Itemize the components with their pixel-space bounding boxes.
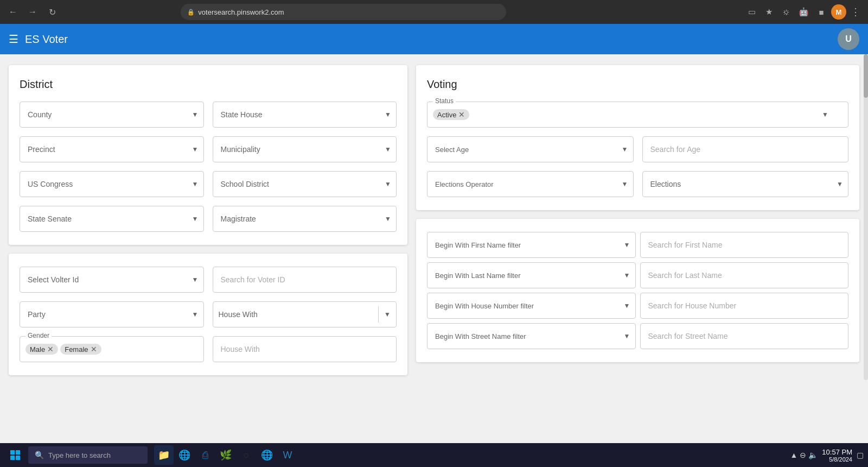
elections-field: Elections ▼ bbox=[642, 171, 849, 197]
house-with-arrow-icon: ▼ bbox=[379, 311, 396, 318]
last-name-filter-select[interactable]: Begin With Last Name filter bbox=[427, 262, 636, 288]
first-name-row: Begin With First Name filter ▼ bbox=[427, 232, 848, 258]
gender-chip-female-label: Female bbox=[65, 345, 88, 354]
precinct-select[interactable]: Precinct bbox=[20, 136, 204, 162]
gender-label: Gender bbox=[25, 332, 52, 339]
gender-chip-male-close[interactable]: ✕ bbox=[47, 345, 54, 354]
street-name-row: Begin With Street Name filter ▼ bbox=[427, 323, 848, 349]
main-content: District County ▼ State House ▼ bbox=[0, 54, 868, 443]
browser-actions: ▭ ★ ⛭ 🤖 ■ M ⋮ bbox=[744, 4, 863, 20]
select-age-field: Select Age ▼ bbox=[427, 136, 634, 162]
gender-chip-male-label: Male bbox=[30, 345, 45, 354]
house-with-input[interactable] bbox=[213, 336, 397, 362]
forward-button[interactable]: → bbox=[25, 4, 40, 20]
house-with-divider bbox=[378, 306, 379, 323]
left-panel: District County ▼ State House ▼ bbox=[9, 65, 407, 432]
status-label: Status bbox=[433, 97, 456, 105]
age-row: Select Age ▼ bbox=[427, 136, 848, 162]
back-button[interactable]: ← bbox=[5, 4, 21, 20]
party-select[interactable]: Party bbox=[20, 301, 204, 327]
last-name-filter-field: Begin With Last Name filter ▼ bbox=[427, 262, 636, 288]
house-number-filter-field: Begin With House Number filter ▼ bbox=[427, 293, 636, 319]
state-house-field: State House ▼ bbox=[213, 102, 397, 128]
status-chip-active-close[interactable]: ✕ bbox=[458, 110, 465, 119]
elections-operator-select[interactable]: Elections Operator bbox=[427, 171, 634, 197]
gender-chip-female-close[interactable]: ✕ bbox=[91, 345, 97, 354]
gender-field[interactable]: Gender Male ✕ Female ✕ bbox=[20, 336, 204, 362]
app-header: ☰ ES Voter U bbox=[0, 24, 868, 54]
state-house-select[interactable]: State House bbox=[213, 102, 397, 128]
street-name-filter-field: Begin With Street Name filter ▼ bbox=[427, 323, 636, 349]
county-select[interactable]: County bbox=[20, 102, 204, 128]
select-voter-id-field: Select Volter Id ▼ bbox=[20, 267, 204, 293]
voter-grid: Select Volter Id ▼ Party ▼ House With bbox=[20, 267, 397, 362]
county-field: County ▼ bbox=[20, 102, 204, 128]
search-last-name-input[interactable] bbox=[640, 262, 849, 288]
select-age-select[interactable]: Select Age bbox=[427, 136, 634, 162]
first-name-filter-field: Begin With First Name filter ▼ bbox=[427, 232, 636, 258]
voting-title: Voting bbox=[427, 78, 848, 91]
user-avatar-button[interactable]: U bbox=[838, 28, 859, 50]
cast-icon[interactable]: ▭ bbox=[744, 4, 760, 20]
municipality-field: Municipality ▼ bbox=[213, 136, 397, 162]
school-district-field: School District ▼ bbox=[213, 171, 397, 197]
search-age-input[interactable] bbox=[642, 136, 849, 162]
elections-select[interactable]: Elections bbox=[642, 171, 849, 197]
status-chip-active-label: Active bbox=[437, 111, 456, 119]
reload-button[interactable]: ↻ bbox=[44, 4, 60, 20]
address-bar[interactable]: 🔒 votersearch.pinswork2.com bbox=[181, 4, 506, 20]
bookmark-icon[interactable]: ★ bbox=[762, 4, 777, 20]
party-field: Party ▼ bbox=[20, 301, 204, 327]
house-number-filter-select[interactable]: Begin With House Number filter bbox=[427, 293, 636, 319]
district-title: District bbox=[20, 78, 397, 91]
right-panel: Voting Status Active ✕ ▼ Select Age bbox=[416, 65, 859, 432]
street-name-filter-select[interactable]: Begin With Street Name filter bbox=[427, 323, 636, 349]
us-congress-field: US Congress ▼ bbox=[20, 171, 204, 197]
browser-menu-button[interactable]: ⋮ bbox=[848, 6, 863, 18]
magistrate-field: Magistrate ▼ bbox=[213, 206, 397, 232]
district-card: District County ▼ State House ▼ bbox=[9, 65, 407, 245]
house-with-select[interactable]: House With bbox=[213, 302, 379, 327]
district-grid: County ▼ State House ▼ Precinct ▼ bbox=[20, 102, 397, 232]
status-field[interactable]: Status Active ✕ ▼ bbox=[427, 102, 848, 128]
first-name-filter-select[interactable]: Begin With First Name filter bbox=[427, 232, 636, 258]
extension-icon[interactable]: 🤖 bbox=[796, 4, 812, 20]
school-district-select[interactable]: School District bbox=[213, 171, 397, 197]
state-senate-select[interactable]: State Senate bbox=[20, 206, 204, 232]
house-with-field: House With ▼ bbox=[213, 301, 397, 327]
url-text: votersearch.pinswork2.com bbox=[198, 8, 284, 16]
browser-chrome: ← → ↻ 🔒 votersearch.pinswork2.com ▭ ★ ⛭ … bbox=[0, 0, 868, 24]
last-name-row: Begin With Last Name filter ▼ bbox=[427, 262, 848, 288]
scrollbar[interactable] bbox=[864, 54, 868, 380]
magistrate-select[interactable]: Magistrate bbox=[213, 206, 397, 232]
settings-icon[interactable]: ⛭ bbox=[779, 4, 794, 20]
status-chip-active: Active ✕ bbox=[433, 109, 469, 120]
elections-row: Elections Operator ▼ Elections ▼ bbox=[427, 171, 848, 197]
search-first-name-input[interactable] bbox=[640, 232, 849, 258]
us-congress-select[interactable]: US Congress bbox=[20, 171, 204, 197]
voter-id-select[interactable]: Select Volter Id bbox=[20, 267, 204, 293]
browser-profile-button[interactable]: M bbox=[831, 4, 846, 20]
scrollbar-thumb[interactable] bbox=[864, 54, 868, 98]
search-street-name-input[interactable] bbox=[640, 323, 849, 349]
voting-card: Voting Status Active ✕ ▼ Select Age bbox=[416, 65, 859, 210]
precinct-field: Precinct ▼ bbox=[20, 136, 204, 162]
gender-chip-female: Female ✕ bbox=[60, 344, 101, 355]
name-search-card: Begin With First Name filter ▼ Begin Wit… bbox=[416, 219, 859, 362]
lock-icon: 🔒 bbox=[187, 9, 195, 16]
elections-operator-field: Elections Operator ▼ bbox=[427, 171, 634, 197]
search-house-number-input[interactable] bbox=[640, 293, 849, 319]
hamburger-icon[interactable]: ☰ bbox=[9, 33, 18, 46]
gender-chip-male: Male ✕ bbox=[25, 344, 58, 355]
voter-card: Select Volter Id ▼ Party ▼ House With bbox=[9, 254, 407, 375]
house-number-row: Begin With House Number filter ▼ bbox=[427, 293, 848, 319]
app-title: ES Voter bbox=[25, 33, 831, 46]
state-senate-field: State Senate ▼ bbox=[20, 206, 204, 232]
status-dropdown-arrow: ▼ bbox=[822, 111, 828, 118]
puzzle-icon[interactable]: ■ bbox=[814, 4, 829, 20]
municipality-select[interactable]: Municipality bbox=[213, 136, 397, 162]
search-voter-id-input[interactable] bbox=[213, 267, 397, 293]
